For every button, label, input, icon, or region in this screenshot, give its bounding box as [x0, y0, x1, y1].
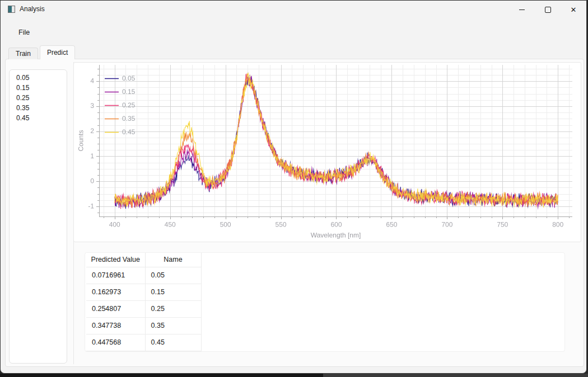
cell-name: 0.35: [145, 317, 201, 334]
list-item[interactable]: 0.45: [10, 113, 67, 123]
table-row[interactable]: 0.3477380.35: [86, 317, 201, 334]
tab-predict[interactable]: Predict: [40, 45, 75, 59]
list-item[interactable]: 0.35: [10, 103, 67, 113]
chart-panel: [73, 62, 581, 242]
table-row[interactable]: 0.2548070.25: [86, 300, 201, 317]
prediction-table: Predicted ValueName0.07169610.050.162973…: [86, 253, 202, 351]
cell-predicted-value: 0.447568: [86, 334, 145, 351]
desktop-edge: [0, 374, 588, 377]
cell-name: 0.15: [145, 284, 201, 300]
cell-predicted-value: 0.254807: [86, 300, 145, 317]
cell-predicted-value: 0.162973: [86, 284, 145, 300]
close-icon: ✕: [571, 6, 577, 13]
column-header[interactable]: Predicted Value: [86, 253, 145, 267]
cell-name: 0.45: [145, 334, 201, 351]
table-row[interactable]: 0.1629730.15: [86, 284, 201, 300]
close-button[interactable]: ✕: [561, 1, 586, 18]
cell-name: 0.05: [145, 267, 201, 284]
window-title: Analysis: [20, 5, 45, 13]
list-item[interactable]: 0.15: [10, 83, 67, 93]
menu-item-file[interactable]: File: [16, 27, 32, 37]
tab-train[interactable]: Train: [8, 48, 38, 59]
maximize-button[interactable]: [535, 1, 561, 18]
maximize-icon: [545, 7, 551, 13]
table-header-row: Predicted ValueName: [86, 253, 201, 267]
app-icon: [8, 6, 15, 13]
minimize-button[interactable]: [509, 1, 535, 18]
table-row[interactable]: 0.4475680.45: [86, 334, 201, 351]
minimize-icon: [519, 10, 525, 10]
app-window: Analysis ✕ File TrainPredict 0.050.150.2…: [0, 0, 587, 374]
cell-predicted-value: 0.347738: [86, 317, 145, 334]
prediction-panel: Predicted ValueName0.07169610.050.162973…: [85, 252, 565, 352]
column-header[interactable]: Name: [145, 253, 201, 267]
cell-predicted-value: 0.0716961: [86, 267, 145, 284]
list-item[interactable]: 0.25: [10, 93, 67, 103]
tab-strip: TrainPredict: [8, 45, 77, 59]
spectra-chart: [74, 63, 582, 243]
list-item[interactable]: 0.05: [10, 73, 67, 83]
table-row[interactable]: 0.07169610.05: [86, 267, 201, 284]
title-bar: Analysis ✕: [1, 1, 586, 18]
cell-name: 0.25: [145, 300, 201, 317]
menu-bar: File: [1, 25, 586, 40]
sample-list[interactable]: 0.050.150.250.350.45: [9, 69, 67, 364]
